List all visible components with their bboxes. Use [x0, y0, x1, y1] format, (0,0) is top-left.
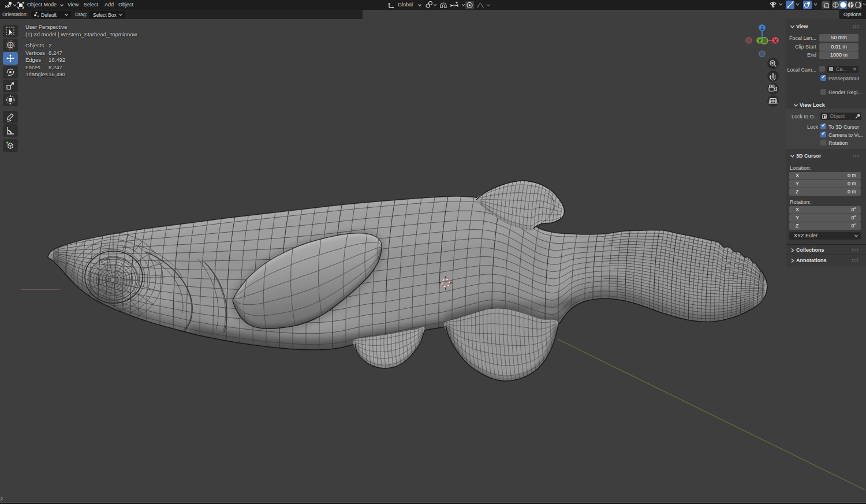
svg-text:Z: Z	[760, 25, 763, 31]
svg-text:X: X	[774, 38, 777, 44]
svg-text:Y: Y	[758, 38, 762, 44]
